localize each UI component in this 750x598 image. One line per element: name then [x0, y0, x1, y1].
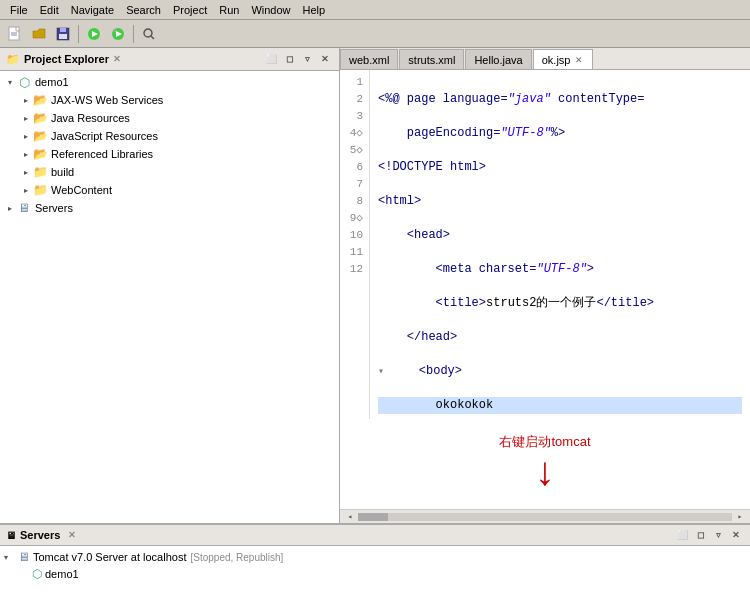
- tree-area: ▾ ⬡ demo1 ▸ 📂 JAX-WS Web Services ▸ 📂 Ja…: [0, 71, 339, 523]
- server-collapse-arrow[interactable]: ▾: [4, 553, 16, 562]
- menu-search[interactable]: Search: [120, 2, 167, 18]
- svg-rect-4: [60, 28, 66, 32]
- tree-arrow-demo1[interactable]: ▾: [4, 76, 16, 88]
- menu-edit[interactable]: Edit: [34, 2, 65, 18]
- code-line-5: <head>: [378, 227, 742, 244]
- code-token: pageEncoding=: [378, 125, 500, 142]
- search-btn[interactable]: [138, 23, 160, 45]
- tree-arrow-java-res[interactable]: ▸: [20, 112, 32, 124]
- tree-label-java-res: Java Resources: [51, 112, 130, 124]
- servers-minimize-btn[interactable]: ⬜: [674, 527, 690, 543]
- servers-menu-btn[interactable]: ▿: [710, 527, 726, 543]
- code-line-1: <%@ page language="java" contentType=: [378, 91, 742, 108]
- code-token: <title>: [378, 295, 486, 312]
- left-panel: 📁 Project Explorer ✕ ⬜ ◻ ▿ ✕ ▾ ⬡ demo1: [0, 48, 340, 523]
- code-token: <%@ page language=: [378, 91, 508, 108]
- bottom-panel: 🖥 Servers ✕ ⬜ ◻ ▿ ✕ ▾ 🖥 Tomcat v7.0 Serv…: [0, 523, 750, 598]
- tree-arrow-jax[interactable]: ▸: [20, 94, 32, 106]
- toolbar-sep-2: [133, 25, 134, 43]
- menu-window[interactable]: Window: [245, 2, 296, 18]
- tree-item-build[interactable]: ▸ 📁 build: [0, 163, 339, 181]
- scroll-thumb[interactable]: [358, 513, 388, 521]
- tab-ok-jsp[interactable]: ok.jsp ✕: [533, 49, 594, 69]
- code-token: contentType=: [551, 91, 645, 108]
- tree-item-ref-libs[interactable]: ▸ 📂 Referenced Libraries: [0, 145, 339, 163]
- tab-ok-jsp-label: ok.jsp: [542, 54, 571, 66]
- maximize-panel-btn[interactable]: ◻: [281, 51, 297, 67]
- menu-help[interactable]: Help: [297, 2, 332, 18]
- servers-close-btn[interactable]: ✕: [728, 527, 744, 543]
- code-token-text: okokokok: [378, 397, 493, 414]
- tree-arrow-js-res[interactable]: ▸: [20, 130, 32, 142]
- scroll-right-btn[interactable]: ▸: [734, 511, 746, 523]
- server-demo-row[interactable]: ⬡ demo1: [0, 566, 750, 582]
- hint-text: 右键启动tomcat: [499, 433, 590, 451]
- tab-ok-jsp-close[interactable]: ✕: [574, 55, 584, 65]
- run-btn[interactable]: [83, 23, 105, 45]
- close-panel-btn[interactable]: ✕: [317, 51, 333, 67]
- code-token: </head>: [378, 329, 457, 346]
- tree-arrow-servers[interactable]: ▸: [4, 202, 16, 214]
- svg-rect-5: [59, 34, 67, 39]
- tree-label-js-res: JavaScript Resources: [51, 130, 158, 142]
- main-layout: 📁 Project Explorer ✕ ⬜ ◻ ▿ ✕ ▾ ⬡ demo1: [0, 48, 750, 598]
- build-folder-icon: 📁: [32, 164, 48, 180]
- servers-maximize-btn[interactable]: ◻: [692, 527, 708, 543]
- tree-item-demo1[interactable]: ▾ ⬡ demo1: [0, 73, 339, 91]
- tree-item-servers[interactable]: ▸ 🖥 Servers: [0, 199, 339, 217]
- minimize-panel-btn[interactable]: ⬜: [263, 51, 279, 67]
- menu-navigate[interactable]: Navigate: [65, 2, 120, 18]
- tab-struts-xml[interactable]: struts.xml: [399, 49, 464, 69]
- code-content[interactable]: <%@ page language="java" contentType= pa…: [370, 70, 750, 419]
- panel-menu-btn[interactable]: ▿: [299, 51, 315, 67]
- tree-arrow-ref-libs[interactable]: ▸: [20, 148, 32, 160]
- code-token-text: struts2的一个例子: [486, 295, 596, 312]
- tab-web-xml-label: web.xml: [349, 54, 389, 66]
- line-numbers: 1 2 3 4◇ 5◇ 6 7 8 9◇ 10 11 12: [340, 70, 370, 419]
- code-token: <html>: [378, 193, 421, 210]
- tree-label-ref-libs: Referenced Libraries: [51, 148, 153, 160]
- right-panel: web.xml struts.xml Hello.java ok.jsp ✕ 1…: [340, 48, 750, 523]
- tree-arrow-build[interactable]: ▸: [20, 166, 32, 178]
- code-token: <head>: [378, 227, 450, 244]
- ref-libs-icon: 📂: [32, 146, 48, 162]
- demo-project-icon: ⬡: [32, 567, 42, 581]
- tree-arrow-webcontent[interactable]: ▸: [20, 184, 32, 196]
- scroll-left-btn[interactable]: ◂: [344, 511, 356, 523]
- tree-item-webcontent[interactable]: ▸ 📁 WebContent: [0, 181, 339, 199]
- tree-item-jax[interactable]: ▸ 📂 JAX-WS Web Services: [0, 91, 339, 109]
- tab-struts-xml-label: struts.xml: [408, 54, 455, 66]
- tree-label-demo1: demo1: [35, 76, 69, 88]
- debug-btn[interactable]: [107, 23, 129, 45]
- server-tomcat-label: Tomcat v7.0 Server at localhost: [33, 551, 186, 563]
- code-token: >: [587, 261, 594, 278]
- save-btn[interactable]: [52, 23, 74, 45]
- code-line-6: <meta charset="UTF-8">: [378, 261, 742, 278]
- servers-icon: 🖥: [16, 200, 32, 216]
- code-token-string: "java": [508, 91, 551, 108]
- servers-panel-icons: ⬜ ◻ ▿ ✕: [674, 527, 744, 543]
- code-line-7: <title>struts2的一个例子</title>: [378, 295, 742, 312]
- menu-project[interactable]: Project: [167, 2, 213, 18]
- java-res-icon: 📂: [32, 110, 48, 126]
- new-btn[interactable]: [4, 23, 26, 45]
- project-explorer-label: Project Explorer: [24, 53, 109, 65]
- servers-title-area: 🖥 Servers ✕: [6, 529, 76, 541]
- editor-area: 1 2 3 4◇ 5◇ 6 7 8 9◇ 10 11 12 <%@ page l…: [340, 70, 750, 419]
- tree-item-js-res[interactable]: ▸ 📂 JavaScript Resources: [0, 127, 339, 145]
- tree-item-java-res[interactable]: ▸ 📂 Java Resources: [0, 109, 339, 127]
- tab-hello-java[interactable]: Hello.java: [465, 49, 531, 69]
- svg-line-12: [151, 36, 154, 39]
- menu-run[interactable]: Run: [213, 2, 245, 18]
- server-tomcat-row[interactable]: ▾ 🖥 Tomcat v7.0 Server at localhost [Sto…: [0, 548, 750, 566]
- scroll-track[interactable]: [358, 513, 732, 521]
- tab-web-xml[interactable]: web.xml: [340, 49, 398, 69]
- project-explorer-title-area: 📁 Project Explorer ✕: [6, 53, 121, 66]
- servers-icon-sm: 🖥: [6, 530, 16, 541]
- horizontal-scrollbar[interactable]: ◂ ▸: [340, 509, 750, 523]
- menu-file[interactable]: File: [4, 2, 34, 18]
- code-token: %>: [551, 125, 565, 142]
- open-btn[interactable]: [28, 23, 50, 45]
- panel-header-icons: ⬜ ◻ ▿ ✕: [263, 51, 333, 67]
- code-token: <!DOCTYPE html>: [378, 159, 486, 176]
